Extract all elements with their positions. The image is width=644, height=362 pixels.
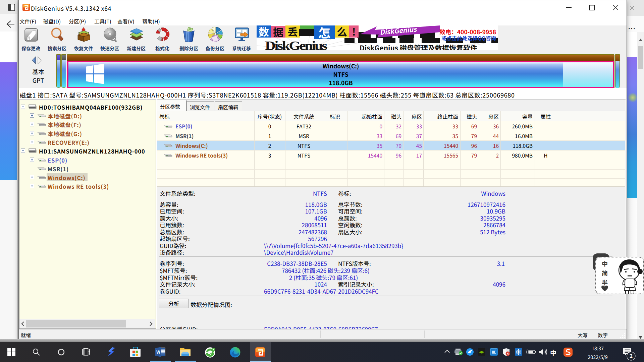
svg-text:2: 2: [630, 352, 633, 360]
svg-text:DiskGenius: DiskGenius: [379, 25, 418, 37]
svg-text:W: W: [156, 349, 160, 355]
